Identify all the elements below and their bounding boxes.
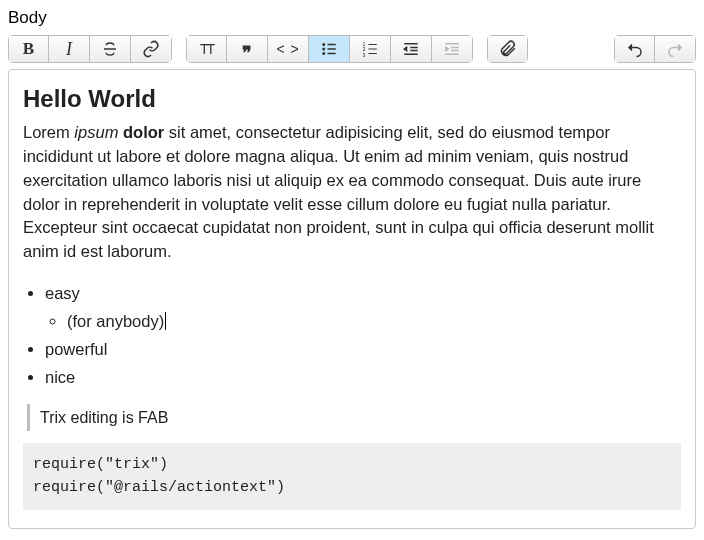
link-icon xyxy=(142,40,160,58)
group-text-style: B I xyxy=(8,35,172,63)
editor-toolbar: B I TT ❞ < > 123 xyxy=(8,32,696,69)
number-list-icon: 123 xyxy=(361,40,379,58)
list-item[interactable]: nice xyxy=(45,366,681,390)
group-block-style: TT ❞ < > 123 xyxy=(186,35,473,63)
paperclip-icon xyxy=(499,40,517,58)
content-code-block[interactable]: require("trix") require("@rails/actionte… xyxy=(23,443,681,510)
svg-rect-4 xyxy=(328,44,336,46)
strike-icon xyxy=(101,40,119,58)
italic-icon: I xyxy=(66,39,72,60)
svg-text:3: 3 xyxy=(363,52,366,58)
svg-rect-5 xyxy=(328,48,336,50)
content-list[interactable]: easy (for anybody) powerful nice xyxy=(23,282,681,390)
svg-rect-6 xyxy=(328,53,336,55)
svg-point-1 xyxy=(322,43,325,46)
outdent-button[interactable] xyxy=(391,35,432,63)
heading-icon: TT xyxy=(200,41,213,57)
field-label: Body xyxy=(8,8,696,28)
indent-button[interactable] xyxy=(432,35,473,63)
code-button[interactable]: < > xyxy=(268,35,309,63)
undo-icon xyxy=(626,40,644,58)
undo-button[interactable] xyxy=(614,35,655,63)
content-paragraph[interactable]: Lorem ipsum dolor sit amet, consectetur … xyxy=(23,121,681,265)
attach-button[interactable] xyxy=(487,35,528,63)
svg-point-2 xyxy=(322,48,325,51)
heading-button[interactable]: TT xyxy=(186,35,227,63)
strike-button[interactable] xyxy=(90,35,131,63)
redo-button[interactable] xyxy=(655,35,696,63)
redo-icon xyxy=(666,40,684,58)
group-history xyxy=(614,35,696,63)
list-item[interactable]: powerful xyxy=(45,338,681,362)
bullet-list-icon xyxy=(320,40,338,58)
bold-button[interactable]: B xyxy=(8,35,49,63)
bold-icon: B xyxy=(23,39,34,59)
list-item[interactable]: easy (for anybody) xyxy=(45,282,681,334)
editor-content[interactable]: Hello World Lorem ipsum dolor sit amet, … xyxy=(8,69,696,529)
list-item[interactable]: (for anybody) xyxy=(67,310,681,334)
link-button[interactable] xyxy=(131,35,172,63)
code-icon: < > xyxy=(276,41,299,57)
outdent-icon xyxy=(402,40,420,58)
italic-button[interactable]: I xyxy=(49,35,90,63)
bullet-list-button[interactable] xyxy=(309,35,350,63)
quote-icon: ❞ xyxy=(242,42,252,56)
number-list-button[interactable]: 123 xyxy=(350,35,391,63)
group-attach xyxy=(487,35,528,63)
quote-button[interactable]: ❞ xyxy=(227,35,268,63)
content-heading[interactable]: Hello World xyxy=(23,82,681,117)
indent-icon xyxy=(443,40,461,58)
content-blockquote[interactable]: Trix editing is FAB xyxy=(27,404,681,431)
svg-point-3 xyxy=(322,52,325,55)
